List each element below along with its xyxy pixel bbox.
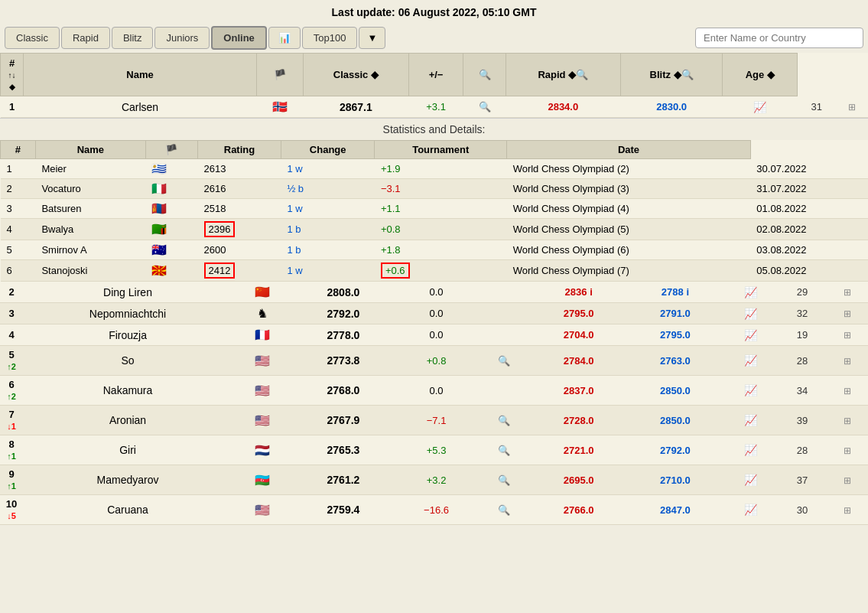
blitz-rating: 2847.0 [627, 495, 723, 525]
chart-icon[interactable]: 📈 [744, 384, 757, 396]
detail-flag: 🇺🇾 [145, 159, 197, 179]
player-name: Ding Liren [23, 282, 232, 303]
chart-icon[interactable]: 📈 [744, 354, 757, 367]
grid-icon-cell[interactable]: ⊞ [827, 346, 868, 376]
grid-icon-cell[interactable]: ⊞ [827, 495, 868, 525]
chart-icon[interactable]: 📈 [744, 444, 757, 456]
search-cell[interactable]: 🔍 [478, 495, 530, 525]
classic-rating: 2808.0 [292, 282, 395, 303]
grid-icon-cell[interactable]: ⊞ [827, 303, 868, 324]
rapid-rating: 2721.0 [531, 435, 627, 465]
chart-icon[interactable]: 📈 [744, 308, 757, 320]
table-row: 5 ↑2 So 🇺🇸 2773.8 +0.8 🔍 2784.0 2763.0 📈… [0, 346, 868, 376]
detail-date: 02.08.2022 [750, 219, 868, 240]
detail-tournament: World Chess Olympiad (3) [507, 179, 751, 199]
tab-juniors[interactable]: Juniors [154, 27, 210, 49]
detail-date: 31.07.2022 [750, 179, 868, 199]
detail-rank: 2 [1, 179, 36, 199]
grid-icon[interactable]: ⊞ [848, 102, 856, 112]
grid-icon-cell[interactable]: ⊞ [827, 282, 868, 303]
grid-icon[interactable]: ⊞ [844, 416, 851, 426]
chart-icon-cell[interactable]: 📈 [723, 376, 778, 406]
search-cell[interactable]: 🔍 [463, 96, 506, 118]
chart-icon-cell[interactable]: 📈 [723, 346, 778, 376]
grid-icon-cell[interactable]: ⊞ [827, 406, 868, 435]
search-cell[interactable]: 🔍 [478, 406, 530, 435]
blitz-rating: 2792.0 [627, 435, 723, 465]
chart-icon[interactable]: 📈 [753, 101, 766, 113]
grid-icon[interactable]: ⊞ [844, 287, 851, 298]
grid-icon[interactable]: ⊞ [844, 330, 851, 341]
search-icon[interactable]: 🔍 [498, 445, 510, 456]
search-cell[interactable] [478, 376, 530, 406]
rapid-rating: 2834.0 [506, 96, 620, 118]
col-search-q1[interactable]: 🔍 [463, 54, 506, 96]
tab-blitz[interactable]: Blitz [112, 27, 154, 49]
age-cell: 28 [778, 435, 827, 465]
search-icon[interactable]: 🔍 [479, 101, 491, 112]
chart-icon-cell[interactable]: 📈 [723, 282, 778, 303]
search-icon[interactable]: 🔍 [498, 355, 510, 367]
tab-chart[interactable]: 📊 [268, 27, 301, 49]
chart-icon-cell[interactable]: 📈 [723, 303, 778, 324]
grid-icon[interactable]: ⊞ [844, 505, 851, 516]
detail-flag: 🇲🇰 [145, 260, 197, 282]
search-icon[interactable]: 🔍 [498, 415, 510, 426]
chart-icon[interactable]: 📈 [744, 504, 757, 516]
table-row: 2 Ding Liren 🇨🇳 2808.0 0.0 2836 i 2788 i… [0, 282, 868, 303]
grid-icon[interactable]: ⊞ [844, 445, 851, 456]
detail-row: 3 Batsuren 🇲🇳 2518 1 w +1.1 World Chess … [1, 199, 869, 219]
tab-rapid[interactable]: Rapid [61, 27, 110, 49]
search-cell[interactable]: 🔍 [478, 435, 530, 465]
classic-rating: 2761.2 [292, 465, 395, 495]
flag-cell: ♞ [232, 303, 292, 324]
detail-result: ½ b [281, 179, 375, 199]
detail-row: 2 Vocaturo 🇮🇹 2616 ½ b −3.1 World Chess … [1, 179, 869, 199]
detail-rank: 4 [1, 219, 36, 240]
grid-icon-cell[interactable]: ⊞ [836, 96, 868, 118]
grid-icon[interactable]: ⊞ [844, 386, 851, 396]
chart-icon[interactable]: 📈 [744, 474, 757, 486]
grid-icon-cell[interactable]: ⊞ [827, 435, 868, 465]
search-cell[interactable] [478, 303, 530, 324]
change-cell: 0.0 [395, 303, 479, 324]
chart-icon[interactable]: 📈 [744, 286, 757, 298]
tab-online[interactable]: Online [211, 26, 266, 50]
grid-icon[interactable]: ⊞ [844, 308, 851, 319]
rapid-rating: 2836 i [531, 282, 627, 303]
player-name: Nakamura [23, 376, 232, 406]
search-icon[interactable]: 🔍 [498, 474, 510, 486]
tab-top100[interactable]: Top100 [302, 27, 358, 49]
chart-icon-cell[interactable]: 📈 [723, 435, 778, 465]
chart-icon-cell[interactable]: 📈 [723, 406, 778, 435]
search-cell[interactable]: 🔍 [478, 465, 530, 495]
grid-icon-cell[interactable]: ⊞ [827, 465, 868, 495]
classic-rating: 2867.1 [304, 96, 409, 118]
detail-result: 1 b [281, 219, 375, 240]
detail-col-name: Name [35, 141, 145, 159]
grid-icon-cell[interactable]: ⊞ [827, 376, 868, 406]
search-icon[interactable]: 🔍 [498, 504, 510, 516]
chart-icon-cell[interactable]: 📈 [723, 465, 778, 495]
chart-icon-cell[interactable]: 📈 [723, 324, 778, 346]
detail-rating: 2600 [198, 240, 281, 260]
flag-cell: 🇫🇷 [232, 324, 292, 346]
chart-icon-cell[interactable]: 📈 [723, 495, 778, 525]
search-input[interactable] [695, 28, 863, 48]
grid-icon[interactable]: ⊞ [844, 475, 851, 486]
search-cell[interactable] [478, 282, 530, 303]
change-cell: +3.1 [408, 96, 463, 118]
detail-row: 6 Stanojoski 🇲🇰 2412 1 w +0.6 World Ches… [1, 260, 869, 282]
tab-classic[interactable]: Classic [5, 27, 60, 49]
detail-name: Smirnov A [35, 240, 145, 260]
chart-icon[interactable]: 📈 [744, 329, 757, 341]
search-cell[interactable] [478, 324, 530, 346]
chart-icon[interactable]: 📈 [744, 414, 757, 426]
detail-change: +1.1 [375, 199, 507, 219]
grid-icon-cell[interactable]: ⊞ [827, 324, 868, 346]
grid-icon[interactable]: ⊞ [844, 356, 851, 367]
search-cell[interactable]: 🔍 [478, 346, 530, 376]
chart-icon-cell[interactable]: 📈 [723, 96, 798, 118]
filter-button[interactable]: ▼ [359, 27, 385, 49]
player-name: Caruana [23, 495, 232, 525]
